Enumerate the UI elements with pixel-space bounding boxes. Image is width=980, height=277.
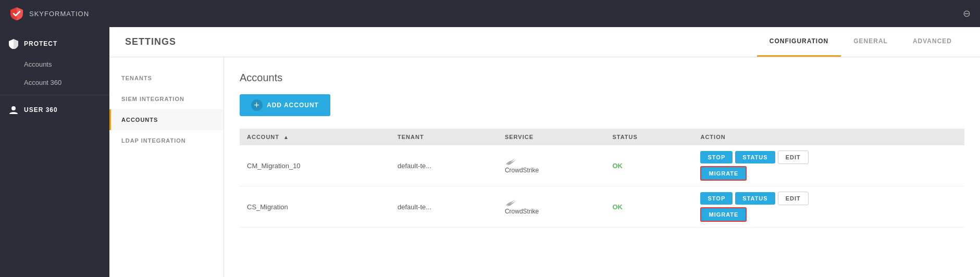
status-badge: OK bbox=[612, 203, 623, 211]
crowdstrike-label: CrowdStrike bbox=[505, 167, 539, 174]
user360-label: USER 360 bbox=[24, 106, 58, 114]
migrate-button-row2[interactable]: MIGRATE bbox=[700, 207, 747, 222]
tab-general[interactable]: GENERAL bbox=[841, 27, 900, 57]
content-area: SETTINGS CONFIGURATION GENERAL ADVANCED … bbox=[109, 27, 980, 277]
accounts-table: ACCOUNT ▲ TENANT SERVICE STATUS bbox=[240, 129, 964, 228]
status-button-row2[interactable]: STATUS bbox=[735, 192, 775, 205]
plus-icon: + bbox=[251, 99, 263, 111]
main-content: Accounts + ADD ACCOUNT ACCOUNT ▲ T bbox=[224, 57, 980, 277]
action-row-1: STOP STATUS EDIT bbox=[700, 192, 957, 205]
settings-header: SETTINGS CONFIGURATION GENERAL ADVANCED bbox=[109, 27, 980, 57]
main-layout: PROTECT Accounts Account 360 USER 360 SE bbox=[0, 27, 980, 277]
table-row: CM_Migration_10 default-te... CrowdStrik… bbox=[240, 145, 964, 186]
status-badge: OK bbox=[612, 162, 623, 170]
left-nav: TENANTS SIEM INTEGRATION ACCOUNTS LDAP I… bbox=[109, 57, 224, 277]
add-account-button[interactable]: + ADD ACCOUNT bbox=[240, 94, 330, 116]
crowdstrike-wing-icon bbox=[505, 198, 516, 207]
migrate-button-row1[interactable]: MIGRATE bbox=[700, 166, 747, 181]
left-nav-tenants[interactable]: TENANTS bbox=[109, 68, 224, 89]
inner-layout: TENANTS SIEM INTEGRATION ACCOUNTS LDAP I… bbox=[109, 57, 980, 277]
sidebar-item-account360[interactable]: Account 360 bbox=[0, 73, 109, 92]
col-status: STATUS bbox=[605, 129, 693, 145]
stop-button-row2[interactable]: STOP bbox=[700, 192, 733, 205]
action-cell: STOP STATUS EDIT MIGRATE bbox=[693, 186, 964, 228]
edit-button-row2[interactable]: EDIT bbox=[778, 192, 809, 205]
app-name: SKYFORMATION bbox=[29, 10, 89, 18]
col-tenant: TENANT bbox=[390, 129, 498, 145]
sidebar-item-accounts[interactable]: Accounts bbox=[0, 55, 109, 73]
user360-icon bbox=[8, 105, 19, 115]
edit-button-row1[interactable]: EDIT bbox=[778, 150, 809, 164]
logo-area: SKYFORMATION bbox=[9, 6, 89, 21]
settings-title: SETTINGS bbox=[125, 36, 176, 47]
account-name-cell: CM_Migration_10 bbox=[240, 145, 390, 186]
tabs: CONFIGURATION GENERAL ADVANCED bbox=[757, 27, 964, 57]
table-header-row: ACCOUNT ▲ TENANT SERVICE STATUS bbox=[240, 129, 964, 145]
table-row: CS_Migration default-te... CrowdStrike bbox=[240, 186, 964, 228]
stop-button-row1[interactable]: STOP bbox=[700, 151, 733, 163]
service-cell: CrowdStrike bbox=[498, 186, 605, 228]
sidebar: PROTECT Accounts Account 360 USER 360 bbox=[0, 27, 109, 277]
action-row-1: STOP STATUS EDIT bbox=[700, 150, 957, 164]
sidebar-protect-section: PROTECT Accounts Account 360 bbox=[0, 32, 109, 92]
col-account: ACCOUNT ▲ bbox=[240, 129, 390, 145]
tenant-cell: default-te... bbox=[390, 145, 498, 186]
left-nav-siem[interactable]: SIEM INTEGRATION bbox=[109, 89, 224, 109]
action-row-2: MIGRATE bbox=[700, 166, 957, 181]
protect-label: PROTECT bbox=[24, 40, 57, 47]
protect-shield-icon bbox=[8, 39, 19, 49]
action-cell: STOP STATUS EDIT MIGRATE bbox=[693, 145, 964, 186]
left-nav-accounts[interactable]: ACCOUNTS bbox=[109, 109, 224, 130]
logout-icon[interactable]: ⊖ bbox=[963, 8, 971, 19]
action-row-2: MIGRATE bbox=[700, 207, 957, 222]
left-nav-ldap[interactable]: LDAP INTEGRATION bbox=[109, 130, 224, 151]
crowdstrike-label: CrowdStrike bbox=[505, 208, 539, 215]
col-service: SERVICE bbox=[498, 129, 605, 145]
svg-point-0 bbox=[11, 106, 16, 110]
add-account-label: ADD ACCOUNT bbox=[267, 102, 319, 109]
status-cell: OK bbox=[605, 186, 693, 228]
account-name-cell: CS_Migration bbox=[240, 186, 390, 228]
crowdstrike-wing-icon bbox=[505, 157, 516, 166]
tab-configuration[interactable]: CONFIGURATION bbox=[757, 27, 841, 57]
status-cell: OK bbox=[605, 145, 693, 186]
tab-advanced[interactable]: ADVANCED bbox=[900, 27, 964, 57]
top-bar: SKYFORMATION ⊖ bbox=[0, 0, 980, 27]
sidebar-user360-section: USER 360 bbox=[0, 98, 109, 121]
status-button-row1[interactable]: STATUS bbox=[735, 151, 775, 163]
tenant-cell: default-te... bbox=[390, 186, 498, 228]
logo-shield-icon bbox=[9, 6, 24, 21]
sidebar-user360-header[interactable]: USER 360 bbox=[0, 98, 109, 121]
col-action: ACTION bbox=[693, 129, 964, 145]
sidebar-protect-header[interactable]: PROTECT bbox=[0, 32, 109, 55]
service-cell: CrowdStrike bbox=[498, 145, 605, 186]
accounts-section-title: Accounts bbox=[240, 72, 964, 84]
sort-icon: ▲ bbox=[283, 134, 289, 140]
sidebar-divider bbox=[0, 95, 109, 95]
